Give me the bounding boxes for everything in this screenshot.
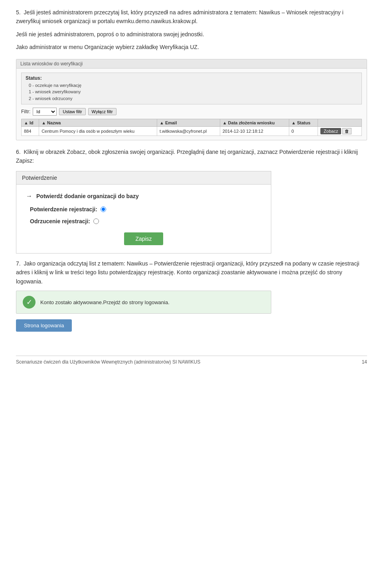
cell-data: 2014-12-10 12:18:12 (220, 127, 289, 136)
col-status-label: ▲ Status (292, 120, 311, 125)
step5-text2: Jeśli nie jesteś administratorem, poproś… (16, 30, 367, 39)
lista-wnioskow-panel: Lista wniosków do weryfikacji Status: 0 … (16, 59, 367, 141)
step7-number: 7. (16, 260, 21, 267)
cell-id: 884 (22, 127, 39, 136)
cell-email: t.witkowska@cyfronet.pl (157, 127, 220, 136)
table-row: 884 Centrum Pomocy i dla osób w podeszły… (22, 127, 362, 136)
cell-actions: Zobacz 🗑 (318, 127, 362, 136)
col-data-label: ▲ Data złożenia wniosku (223, 120, 275, 125)
status-list: 0 - oczekuje na weryfikację 1 - wniosek … (26, 82, 357, 102)
col-id[interactable]: ▲ Id (22, 119, 39, 127)
option-rejestracja-row: Potwierdzenie rejestracji: (26, 206, 261, 212)
radio-odrzucenie[interactable] (93, 218, 99, 224)
col-id-label: ▲ Id (24, 120, 34, 125)
col-nazwa-label: ▲ Nazwa (41, 120, 61, 125)
wnioski-table: ▲ Id ▲ Nazwa ▲ Email ▲ Data złożenia wni… (21, 119, 362, 136)
step6-text: 6. Kliknij w obrazek Zobacz, obok zgłosz… (16, 147, 367, 165)
panel-title: Lista wniosków do weryfikacji (16, 59, 367, 69)
col-email[interactable]: ▲ Email (157, 119, 220, 127)
filter-row: Filtr: Id Ustaw filtr Wyłącz filtr (21, 108, 362, 116)
step5-text3: Jako administrator w menu Organizacje wy… (16, 43, 367, 51)
ustaw-filtr-button[interactable]: Ustaw filtr (59, 108, 85, 115)
col-status[interactable]: ▲ Status (289, 119, 318, 127)
status-section: Status: 0 - oczekuje na weryfikację 1 - … (21, 73, 362, 105)
arrow-text: Potwierdź dodanie organizacji do bazy (36, 193, 139, 199)
col-actions (318, 119, 362, 127)
zapisz-row: Zapisz (26, 232, 261, 245)
zapisz-button[interactable]: Zapisz (124, 232, 163, 245)
status-title: Status: (26, 75, 357, 81)
strona-logowania-button[interactable]: Strona logowania (16, 319, 72, 332)
option-odrzucenie-row: Odrzucenie rejestracji: (26, 218, 261, 224)
footer-page-number: 14 (362, 359, 367, 365)
activation-panel: ✓ Konto zostało aktywowane.Przejdź do st… (16, 291, 271, 314)
potwierdzenie-panel: Potwierdzenie → Potwierdź dodanie organi… (16, 171, 271, 254)
activation-text: Konto zostało aktywowane.Przejdź do stro… (40, 299, 170, 305)
status-item-0: 0 - oczekuje na weryfikację (29, 82, 357, 89)
option-rejestracja-label: Potwierdzenie rejestracji: (30, 206, 97, 212)
filter-select[interactable]: Id (33, 108, 57, 116)
potwierdzenie-title: Potwierdzenie (16, 171, 271, 185)
wylacz-filtr-button[interactable]: Wyłącz filtr (88, 108, 116, 115)
col-nazwa[interactable]: ▲ Nazwa (39, 119, 157, 127)
arrow-icon: → (26, 193, 32, 200)
filter-label: Filtr: (21, 109, 30, 114)
arrow-row: → Potwierdź dodanie organizacji do bazy (26, 193, 261, 200)
check-icon: ✓ (23, 296, 36, 309)
status-item-2: 2 - wniosek odrzucony (29, 95, 357, 102)
step6-text1: Kliknij w obrazek Zobacz, obok zgłoszeni… (24, 149, 175, 155)
step6-number: 6. (16, 149, 21, 155)
col-email-label: ▲ Email (160, 120, 177, 125)
cell-status: 0 (289, 127, 318, 136)
col-data[interactable]: ▲ Data złożenia wniosku (220, 119, 289, 127)
cell-nazwa: Centrum Pomocy i dla osób w podeszłym wi… (39, 127, 157, 136)
footer-text: Scenariusze ćwiczeń dla Użytkowników Wew… (16, 359, 200, 365)
step5-text1: 5. Jeśli jesteś administratorem przeczyt… (16, 8, 367, 26)
page-footer: Scenariusze ćwiczeń dla Użytkowników Wew… (16, 356, 367, 365)
radio-rejestracja[interactable] (101, 206, 106, 212)
option-odrzucenie-label: Odrzucenie rejestracji: (30, 218, 90, 224)
zobacz-button[interactable]: Zobacz (320, 128, 341, 134)
step7-text: 7. Jako organizacja odczytaj list z tema… (16, 259, 367, 286)
status-item-1: 1 - wniosek zweryfikowany (29, 88, 357, 95)
delete-icon-button[interactable]: 🗑 (342, 128, 351, 134)
